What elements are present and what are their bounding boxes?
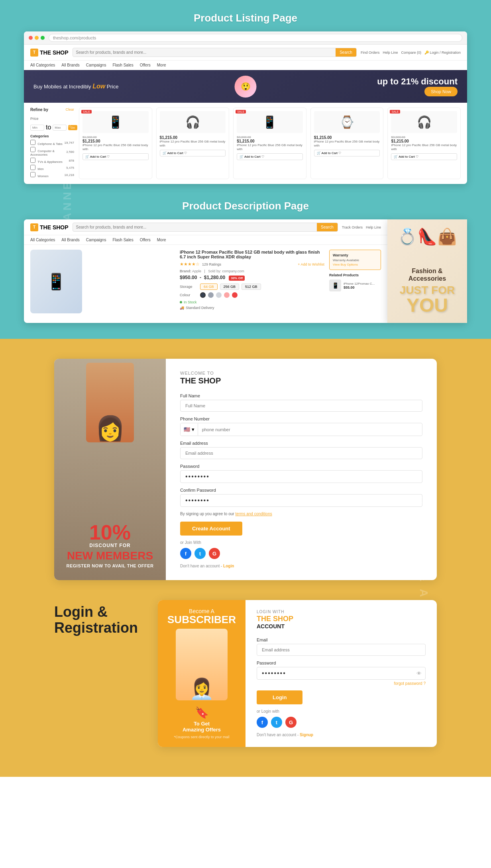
- product-listing-screenshot: theshop.com/products T THE SHOP Search F…: [24, 31, 467, 184]
- price-min-input[interactable]: [30, 125, 44, 131]
- terms-link[interactable]: terms and conditions: [235, 512, 272, 516]
- password-eye-icon[interactable]: 👁: [416, 671, 422, 676]
- login-twitter-icon[interactable]: t: [271, 717, 282, 728]
- promo-discount-label: DISCOUNT FOR: [64, 543, 156, 548]
- login-promo-panel: Become A SUBSCRIBER 👩‍💼 🔖 To Get Amazing…: [158, 600, 246, 747]
- top-section: BANNERS & ADS Product Listing Page thesh…: [0, 0, 491, 339]
- cat-checkbox-3[interactable]: [30, 158, 35, 163]
- desc-info-column: iPhone 12 Promax Pacific Blue 512 GB met…: [180, 250, 324, 317]
- or-login-with-text: or Login with: [257, 709, 426, 714]
- cat-checkbox-4[interactable]: [30, 165, 35, 170]
- color-red[interactable]: [232, 292, 238, 298]
- desc-search-input[interactable]: [73, 223, 317, 231]
- registration-form-panel: WELCOME TO THE SHOP Full Name Phone Numb…: [166, 359, 437, 580]
- cat-checkbox-5[interactable]: [30, 172, 35, 177]
- shop-nav-bar: All Categories All Brands Campaigns Flas…: [24, 61, 467, 70]
- products-grid: SALE 📱 $1,300.00 $1,215.00 iPhone 12 pro…: [79, 108, 461, 179]
- side-label-banners-top: BANNERS & ADS: [61, 108, 74, 231]
- color-light[interactable]: [216, 292, 222, 298]
- confirm-password-field[interactable]: ••••••••: [180, 494, 422, 507]
- twitter-login-icon[interactable]: t: [194, 548, 206, 559]
- cat-checkbox-2[interactable]: [30, 147, 35, 152]
- compare-link[interactable]: Compare (0): [401, 51, 421, 55]
- phone-flag-selector[interactable]: 🇺🇸 ▾: [181, 423, 198, 436]
- color-pink[interactable]: [224, 292, 230, 298]
- browser-bar: theshop.com/products: [24, 31, 467, 45]
- login-email-input[interactable]: [257, 644, 426, 656]
- storage-64gb[interactable]: 64 GB: [200, 283, 218, 290]
- shop-header: T THE SHOP Search Find Orders Help Line …: [24, 45, 467, 61]
- banner-low-text: Low: [92, 83, 105, 90]
- google-login-icon[interactable]: G: [209, 548, 220, 559]
- storage-512gb[interactable]: 512 GB: [242, 283, 261, 290]
- desc-nav-campaigns[interactable]: Campaigns: [86, 238, 106, 242]
- help-link[interactable]: Help Line: [383, 51, 398, 55]
- login-register-link[interactable]: 🔑 Login / Registration: [424, 51, 461, 55]
- email-input[interactable]: [180, 447, 422, 459]
- product-image: ⌚: [314, 111, 380, 133]
- find-orders-link[interactable]: Find Orders: [361, 51, 380, 55]
- login-password-field[interactable]: ••••••••: [257, 667, 426, 680]
- desc-nav-more[interactable]: More: [157, 238, 166, 242]
- login-social-icons: f t G: [257, 717, 426, 728]
- price-sale-badge: 30% Off: [229, 276, 245, 281]
- facebook-login-icon[interactable]: f: [180, 548, 191, 559]
- desc-shop-logo: T THE SHOP: [30, 223, 69, 231]
- nav-all-brands[interactable]: All Brands: [61, 63, 80, 67]
- desc-track-order[interactable]: Track Orders: [342, 225, 363, 229]
- add-to-cart-button[interactable]: 🛒 Add to Cart ♡: [314, 150, 380, 156]
- cat-checkbox-1[interactable]: [30, 140, 35, 145]
- login-promo-bottom-text: To Get Amazing Offers *Coupons sent dire…: [174, 721, 229, 739]
- add-to-cart-button[interactable]: 🛒 Add to Cart ♡: [237, 153, 303, 160]
- related-products-title: Related Products: [329, 273, 381, 277]
- desc-search-bar[interactable]: Search: [73, 223, 338, 232]
- shop-search-bar[interactable]: Search: [73, 48, 357, 57]
- product-rating-row: ★★★★☆ 129 Ratings + Add to Wishlist: [180, 262, 324, 267]
- nav-all-categories[interactable]: All Categories: [30, 63, 55, 67]
- email-group: Email address: [180, 441, 422, 459]
- storage-options-row: Storage 64 GB 256 GB 512 GB: [180, 283, 324, 290]
- browser-url-bar: theshop.com/products: [49, 34, 462, 42]
- phone-group: Phone Number 🇺🇸 ▾: [180, 416, 422, 436]
- desc-search-button[interactable]: Search: [317, 223, 338, 231]
- add-to-cart-button[interactable]: 🛒 Add to Cart ♡: [160, 150, 226, 156]
- fullname-input[interactable]: [180, 400, 422, 412]
- add-wishlist-link[interactable]: + Add to Wishlist: [298, 262, 324, 266]
- password-field[interactable]: ••••••••: [180, 470, 422, 483]
- color-gray[interactable]: [208, 292, 214, 298]
- nav-more[interactable]: More: [157, 63, 166, 67]
- desc-nav-flash[interactable]: Flash Sales: [112, 238, 133, 242]
- login-google-icon[interactable]: G: [285, 717, 297, 728]
- add-to-cart-button[interactable]: 🛒 Add to Cart ♡: [391, 153, 457, 160]
- shop-search-button[interactable]: Search: [336, 48, 356, 57]
- amazing-offers-text: Amazing Offers: [174, 727, 229, 733]
- shop-search-input[interactable]: [73, 49, 336, 56]
- add-to-cart-button[interactable]: 🛒 Add to Cart ♡: [82, 153, 149, 160]
- desc-help[interactable]: Help Line: [366, 225, 381, 229]
- storage-256gb[interactable]: 256 GB: [220, 283, 240, 290]
- create-account-button[interactable]: Create Account: [180, 522, 242, 536]
- login-button[interactable]: Login: [257, 690, 302, 704]
- to-get-text: To Get: [174, 721, 229, 727]
- login-dont-have-text: Don't have an account -: [257, 733, 299, 737]
- warranty-view-options[interactable]: View Buy Options: [333, 263, 377, 266]
- browser-dot-red: [29, 36, 33, 40]
- shop-header-links: Find Orders Help Line Compare (0) 🔑 Logi…: [361, 51, 461, 55]
- desc-nav-all-cat[interactable]: All Categories: [30, 238, 55, 242]
- desc-nav-brands[interactable]: All Brands: [61, 238, 80, 242]
- promo-register-text: REGISTER NOW TO AVAIL THE OFFER: [64, 563, 156, 568]
- phone-input[interactable]: [198, 424, 422, 435]
- product-price-new: $1,215.00: [391, 139, 457, 143]
- nav-flash-sales[interactable]: Flash Sales: [112, 63, 133, 67]
- forgot-password-link[interactable]: forgot password ?: [257, 681, 426, 686]
- nav-campaigns[interactable]: Campaigns: [86, 63, 106, 67]
- nav-offers[interactable]: Offers: [140, 63, 151, 67]
- login-redirect-link[interactable]: Login: [223, 564, 234, 568]
- login-facebook-icon[interactable]: f: [257, 717, 268, 728]
- color-dark[interactable]: [200, 292, 206, 298]
- shop-now-button[interactable]: Shop Now: [424, 87, 458, 96]
- banner-buy-text: Buy Mobiles at Incredibly: [33, 84, 92, 90]
- desc-nav-offers[interactable]: Offers: [140, 238, 151, 242]
- signup-redirect-link[interactable]: Signup: [300, 733, 313, 737]
- in-stock-status: In Stock: [180, 300, 324, 304]
